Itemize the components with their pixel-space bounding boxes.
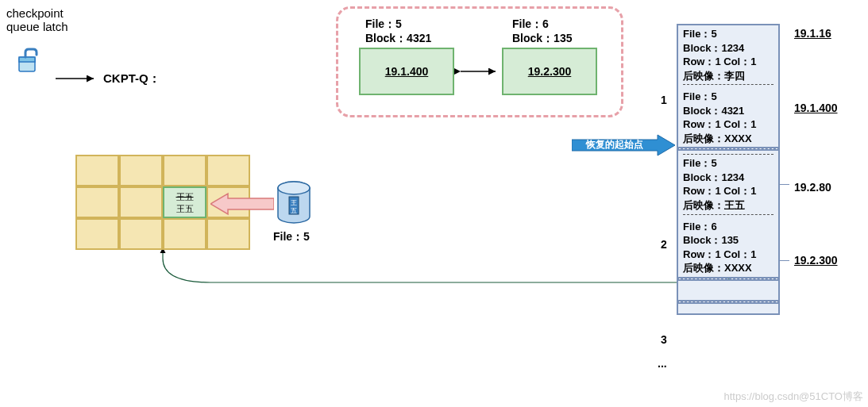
log-entry-2: File：5 Block：4321 Row：1 Col：1 后映像：XXXX [677,88,780,148]
file5-label: File：5 [273,230,310,244]
buffer-cell-highlight: 王五 王五 [163,186,206,218]
datafile-cylinder: 王 五 [276,181,311,224]
dirty-block-1-file: File：5 [365,17,402,32]
log-index-1: 1 [661,94,667,106]
log-entry-3: File：5 Block：1234 Row：1 Col：1 后映像：王五 [677,149,780,217]
dirty-block-2-file: File：6 [512,17,549,32]
watermark: https://blog.csdn@51CTO博客 [723,390,863,404]
load-arrow [210,192,274,216]
log-index-3: 3 [661,333,667,346]
svg-text:王: 王 [291,199,297,206]
latch-icon [17,48,44,75]
svg-rect-0 [19,57,35,71]
ckpt-label: CKPT-Q： [103,71,160,86]
recover-label: 恢复的起始点 [586,138,643,152]
scn-4: 19.2.300 [794,254,838,267]
dirty-block-1-block: Block：4321 [365,32,431,46]
scn-1: 19.1.16 [794,27,831,40]
svg-text:五: 五 [291,207,297,214]
dirty-block-1: 19.1.400 [359,48,454,95]
redo-log: File：5 Block：1234 Row：1 Col：1 后映像：李四 Fil… [677,24,780,315]
log-entry-1: File：5 Block：1234 Row：1 Col：1 后映像：李四 [677,24,780,88]
dirty-block-2: 19.2.300 [502,48,597,95]
scn-3: 19.2.80 [794,181,831,194]
dirty-block-2-scn: 19.2.300 [528,65,572,78]
dirty-block-1-scn: 19.1.400 [385,65,429,78]
svg-rect-1 [19,57,35,62]
scn-2: 19.1.400 [794,102,838,114]
svg-rect-6 [289,197,299,214]
log-entry-5 [677,279,780,301]
log-index-2: 2 [661,238,667,251]
svg-point-5 [278,182,310,194]
log-index-more: ... [658,357,667,370]
log-entry-4: File：6 Block：135 Row：1 Col：1 后映像：XXXX [677,218,780,278]
title-label: checkpoint queue latch [6,6,68,33]
svg-point-4 [278,182,310,194]
log-entry-more [677,302,780,315]
dirty-block-2-block: Block：135 [512,32,572,46]
